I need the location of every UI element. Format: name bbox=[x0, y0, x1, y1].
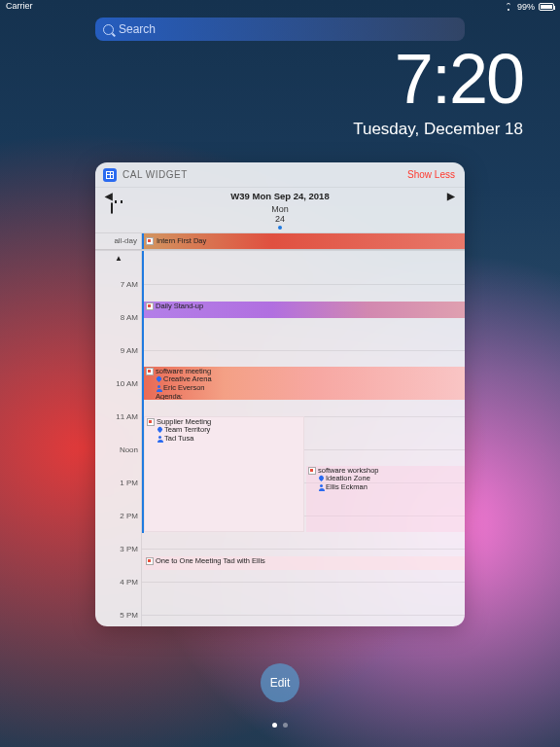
month-view-button[interactable] bbox=[103, 203, 121, 219]
person-icon bbox=[156, 385, 162, 392]
person-icon bbox=[318, 484, 325, 491]
calendar-app-icon bbox=[103, 168, 117, 182]
week-label: W39 Mon Sep 24, 2018 bbox=[230, 191, 329, 201]
event-person: Tad Tusa bbox=[164, 434, 193, 443]
hour-label: 10 AM bbox=[95, 379, 142, 388]
flag-icon bbox=[146, 368, 154, 375]
hour-label: 3 PM bbox=[95, 545, 142, 553]
spotlight-search[interactable]: Search bbox=[95, 18, 465, 41]
event-title: One to One Meeting Tad with Ellis bbox=[156, 556, 265, 565]
scroll-up-button[interactable]: ▲ bbox=[95, 254, 142, 263]
event-one-on-one[interactable]: One to One Meeting Tad with Ellis bbox=[144, 556, 465, 570]
lock-clock: 7:20 Tuesday, December 18 bbox=[353, 44, 523, 139]
carrier-label: Carrier bbox=[6, 1, 33, 13]
scroll-down-button[interactable]: ▼ bbox=[95, 625, 142, 626]
calendar-widget: CAL WIDGET Show Less ◀ W39 Mon Sep 24, 2… bbox=[95, 162, 465, 626]
page-indicator[interactable] bbox=[272, 723, 288, 728]
page-dot bbox=[283, 723, 288, 728]
event-extra: Agenda: bbox=[156, 392, 183, 400]
allday-event[interactable]: Intern First Day bbox=[142, 233, 465, 249]
week-nav: ◀ W39 Mon Sep 24, 2018 ▶ bbox=[95, 188, 465, 203]
flag-icon bbox=[308, 467, 316, 475]
day-header: Mon 24 bbox=[95, 203, 465, 232]
battery-icon bbox=[539, 3, 554, 11]
hour-label: 8 AM bbox=[95, 313, 142, 322]
widget-header: CAL WIDGET Show Less bbox=[95, 162, 465, 188]
event-soft-meeting[interactable]: software meeting Creative Arena Eric Eve… bbox=[144, 367, 465, 400]
pin-icon bbox=[157, 427, 163, 434]
prev-week-button[interactable]: ◀ bbox=[105, 191, 113, 201]
flag-icon bbox=[146, 237, 154, 245]
edit-label: Edit bbox=[270, 676, 291, 690]
search-placeholder: Search bbox=[119, 22, 156, 36]
hour-label: 4 PM bbox=[95, 578, 142, 587]
battery-pct: 99% bbox=[517, 2, 535, 12]
search-icon bbox=[103, 24, 114, 35]
flag-icon bbox=[147, 418, 155, 426]
person-icon bbox=[157, 436, 163, 443]
hour-label: 11 AM bbox=[95, 412, 142, 421]
clock-time: 7:20 bbox=[353, 44, 523, 114]
event-workshop[interactable]: software workshop Ideation Zone Ellis Ec… bbox=[306, 466, 465, 532]
allday-row: all-day Intern First Day bbox=[95, 232, 465, 250]
hour-label: 5 PM bbox=[95, 611, 142, 620]
flag-icon bbox=[146, 302, 154, 310]
today-dot-icon bbox=[278, 226, 282, 230]
time-column bbox=[95, 251, 142, 626]
edit-widgets-button[interactable]: Edit bbox=[261, 663, 299, 702]
flag-icon bbox=[146, 557, 154, 565]
hour-label: 1 PM bbox=[95, 479, 142, 487]
widget-title: CAL WIDGET bbox=[122, 169, 188, 180]
day-num: 24 bbox=[95, 215, 465, 225]
pin-icon bbox=[318, 476, 325, 482]
show-less-button[interactable]: Show Less bbox=[407, 169, 455, 180]
clock-date: Tuesday, December 18 bbox=[353, 120, 523, 139]
day-grid[interactable]: ▲ 7 AM 8 AM 9 AM 10 AM 11 AM Noon 1 PM 2… bbox=[95, 250, 465, 626]
hour-label: 2 PM bbox=[95, 512, 142, 520]
pin-icon bbox=[156, 376, 162, 383]
event-person: Ellis Eckman bbox=[326, 482, 368, 491]
event-title: Daily Stand-up bbox=[156, 302, 203, 310]
event-standup[interactable]: Daily Stand-up bbox=[144, 302, 465, 318]
hour-label: 7 AM bbox=[95, 280, 142, 289]
hour-label: Noon bbox=[95, 445, 142, 454]
event-supplier[interactable]: Supplier Meeting Team Territory Tad Tusa bbox=[144, 416, 304, 532]
page-dot-active bbox=[272, 723, 277, 728]
allday-event-title: Intern First Day bbox=[157, 236, 206, 245]
next-week-button[interactable]: ▶ bbox=[447, 191, 455, 201]
allday-label: all-day bbox=[95, 233, 142, 249]
wifi-icon bbox=[504, 3, 513, 11]
hour-label: 9 AM bbox=[95, 346, 142, 355]
status-bar: Carrier 99% bbox=[0, 0, 560, 14]
